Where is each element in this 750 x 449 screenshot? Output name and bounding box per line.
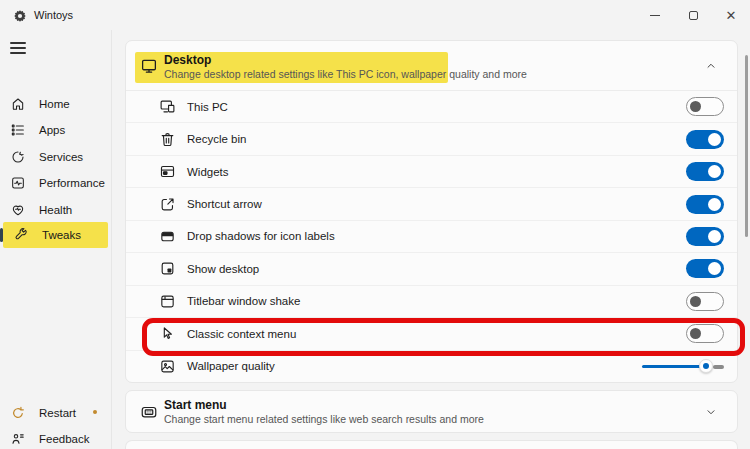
show-desktop-icon [159, 260, 176, 277]
minimize-icon [650, 15, 660, 16]
maximize-button[interactable] [674, 0, 712, 30]
sidebar-item-label: Health [39, 204, 72, 216]
setting-label: Drop shadows for icon labels [187, 230, 335, 242]
restart-pending-dot [93, 410, 97, 414]
sidebar-item-tweaks[interactable]: Tweaks [3, 222, 108, 248]
setting-row-drop-shadows: Drop shadows for icon labels [126, 220, 737, 252]
setting-row-widgets: Widgets [126, 155, 737, 187]
setting-row-wallpaper-quality: Wallpaper quality [126, 350, 737, 382]
minimize-button[interactable] [636, 0, 674, 30]
setting-row-recycle-bin: Recycle bin [126, 122, 737, 154]
setting-label: Recycle bin [187, 133, 246, 145]
setting-label: Show desktop [187, 263, 259, 275]
sidebar-item-label: Feedback [39, 433, 90, 445]
setting-label: Classic context menu [187, 328, 296, 340]
setting-label: This PC [187, 101, 228, 113]
slider-fill [642, 365, 706, 369]
setting-row-classic-context-menu: Classic context menu [126, 317, 737, 349]
sidebar-item-feedback[interactable]: Feedback [0, 426, 109, 449]
start-menu-section-card: Start menu Change start menu related set… [125, 390, 738, 433]
slider-track-rest [713, 365, 724, 369]
setting-row-titlebar-shake: Titlebar window shake [126, 285, 737, 317]
services-icon [10, 149, 26, 165]
sidebar-item-restart[interactable]: Restart [0, 400, 109, 426]
close-button[interactable]: ✕ [712, 0, 750, 30]
close-icon: ✕ [726, 9, 737, 22]
restart-icon [10, 405, 26, 421]
desktop-settings-list: This PC Recycle bin Widgets Shortcut arr… [126, 91, 737, 382]
section-title: Start menu [164, 398, 227, 412]
shortcut-arrow-icon [159, 196, 176, 213]
recycle-bin-toggle[interactable] [686, 130, 724, 149]
section-subtitle: Change start menu related settings like … [164, 413, 484, 425]
home-icon [10, 96, 26, 112]
monitor-icon [140, 57, 158, 75]
show-desktop-toggle[interactable] [686, 259, 724, 278]
section-title: Desktop [164, 53, 211, 67]
maximize-icon [689, 11, 698, 20]
setting-label: Widgets [187, 166, 229, 178]
sidebar: Home Apps Services Performance Health Tw… [0, 30, 112, 449]
window-icon [159, 293, 176, 310]
apps-icon [10, 122, 26, 138]
sidebar-item-services[interactable]: Services [0, 144, 109, 170]
start-menu-section-header[interactable]: Start menu Change start menu related set… [126, 391, 737, 432]
sidebar-item-label: Home [39, 98, 70, 110]
shortcut-arrow-toggle[interactable] [686, 195, 724, 214]
sidebar-item-label: Apps [39, 124, 65, 136]
feedback-icon [10, 431, 26, 447]
sidebar-item-label: Performance [39, 177, 105, 189]
setting-label: Wallpaper quality [187, 360, 275, 372]
slider-knob[interactable] [699, 359, 713, 373]
window-controls: ✕ [636, 0, 750, 30]
titlebar-shake-toggle[interactable] [686, 292, 724, 311]
sidebar-item-label: Services [39, 151, 83, 163]
drop-shadow-icon [159, 228, 176, 245]
this-pc-icon [159, 98, 176, 115]
desktop-section-header[interactable]: Desktop Change desktop related settings … [126, 41, 737, 91]
titlebar: Wintoys ✕ [0, 0, 750, 30]
wallpaper-quality-slider[interactable] [642, 358, 724, 374]
chevron-up-icon[interactable] [705, 60, 717, 72]
cursor-icon [159, 325, 176, 342]
setting-label: Titlebar window shake [187, 295, 300, 307]
setting-row-show-desktop: Show desktop [126, 252, 737, 284]
sidebar-item-home[interactable]: Home [0, 91, 109, 117]
drop-shadows-toggle[interactable] [686, 227, 724, 246]
widgets-toggle[interactable] [686, 162, 724, 181]
health-icon [10, 202, 26, 218]
desktop-section-card: Desktop Change desktop related settings … [125, 40, 738, 383]
wrench-icon [13, 227, 29, 243]
app-title: Wintoys [34, 9, 73, 21]
sidebar-item-apps[interactable]: Apps [0, 117, 109, 143]
recycle-bin-icon [159, 131, 176, 148]
classic-context-menu-toggle[interactable] [686, 324, 724, 343]
setting-label: Shortcut arrow [187, 198, 262, 210]
scrollbar[interactable] [745, 55, 748, 237]
sidebar-item-label: Restart [39, 407, 76, 419]
wintoys-logo-icon [13, 9, 27, 23]
this-pc-toggle[interactable] [686, 97, 724, 116]
widgets-icon [159, 163, 176, 180]
sidebar-item-performance[interactable]: Performance [0, 170, 109, 196]
next-section-card-partial [125, 440, 738, 449]
hamburger-menu-button[interactable] [10, 42, 26, 54]
performance-icon [10, 175, 26, 191]
sidebar-item-health[interactable]: Health [0, 197, 109, 223]
sidebar-item-label: Tweaks [42, 229, 81, 241]
setting-row-this-pc: This PC [126, 91, 737, 122]
selected-item-indicator [0, 228, 3, 242]
start-menu-icon [140, 403, 158, 421]
chevron-down-icon[interactable] [705, 406, 717, 418]
setting-row-shortcut-arrow: Shortcut arrow [126, 187, 737, 219]
section-subtitle: Change desktop related settings like Thi… [164, 68, 527, 80]
image-icon [159, 358, 176, 375]
